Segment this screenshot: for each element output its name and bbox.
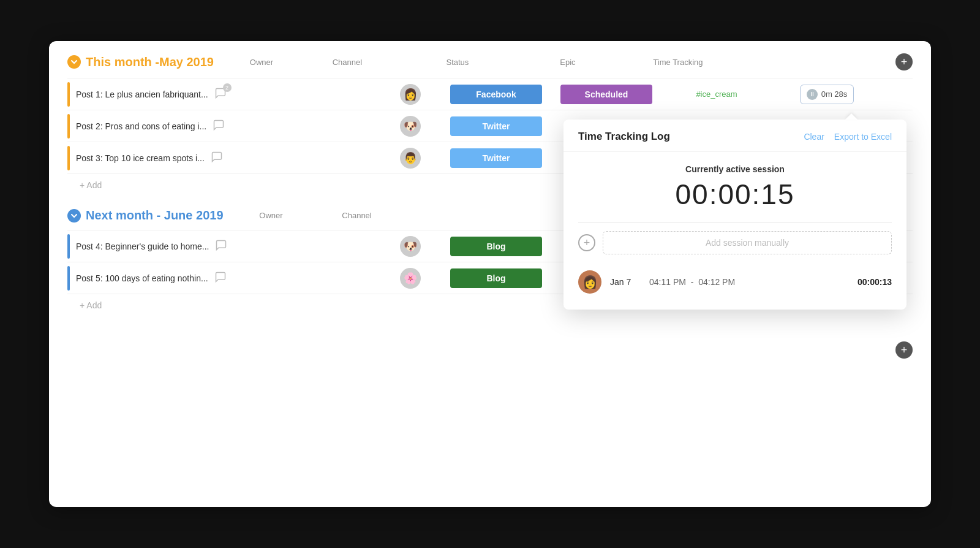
post-title: Post 1: Le plus ancien fabriquant... [76, 89, 208, 99]
add-section-1-button[interactable]: + [895, 53, 913, 70]
session-log-row: 👩 Jan 7 04:11 PM - 04:12 PM 00:00:13 [578, 267, 892, 297]
comment-badge: 2 [223, 83, 232, 92]
export-button[interactable]: Export to Excel [834, 132, 892, 142]
col-epic-1: Epic [513, 58, 623, 67]
color-bar [67, 266, 70, 291]
popup-arrow [845, 113, 858, 120]
time-tracking-button[interactable]: ⏸ 0m 28s [800, 85, 854, 104]
color-bar [67, 114, 70, 139]
comment-icon[interactable] [211, 151, 223, 166]
table-row: Post 1: Le plus ancien fabriquant... 2 👩… [67, 78, 913, 110]
post-cell: Post 2: Pros and cons of eating i... [67, 114, 380, 139]
popup-body: Currently active session 00:00:15 + Add … [564, 152, 907, 310]
avatar-cell: 🐶 [380, 116, 441, 137]
add-section-2-button-right[interactable]: + [895, 341, 913, 359]
color-bar [67, 82, 70, 107]
section-2-chevron[interactable] [67, 209, 81, 223]
time-tracking-cell: ⏸ 0m 28s [772, 85, 882, 104]
section-1-header: This month -May 2019 Owner Channel Statu… [67, 53, 913, 70]
add-session-row: + Add session manually [578, 231, 892, 254]
channel-button[interactable]: Facebook [450, 85, 542, 104]
time-tracking-value: 0m 28s [821, 89, 848, 99]
active-session-label: Currently active session [578, 164, 892, 174]
avatar-cell: 👨 [380, 148, 441, 169]
status-cell: Scheduled [551, 85, 662, 104]
avatar: 👩 [400, 84, 421, 105]
channel-cell: Blog [441, 237, 551, 256]
post-cell: Post 5: 100 days of eating nothin... [67, 266, 380, 291]
avatar-cell: 👩 [380, 84, 441, 105]
col-channel-1: Channel [292, 58, 402, 67]
popup-title: Time Tracking Log [578, 131, 670, 143]
channel-button[interactable]: Blog [450, 268, 542, 288]
divider [578, 222, 892, 223]
add-session-input[interactable]: Add session manually [603, 231, 892, 254]
section-2-title: Next month - June 2019 [86, 208, 224, 223]
avatar-cell: 🌸 [380, 268, 441, 289]
col-owner-1: Owner [231, 58, 292, 67]
section-1-chevron[interactable] [67, 55, 81, 69]
popup-actions: Clear Export to Excel [804, 132, 892, 142]
session-duration: 00:00:13 [858, 277, 892, 287]
col-channel-2: Channel [302, 211, 412, 220]
col-status-1: Status [402, 58, 513, 67]
add-post-label-1: + Add [80, 180, 102, 190]
channel-button[interactable]: Twitter [450, 148, 542, 168]
avatar: 🌸 [400, 268, 421, 289]
active-session-timer: 00:00:15 [578, 178, 892, 211]
avatar: 🐶 [400, 116, 421, 137]
pause-icon: ⏸ [807, 89, 818, 100]
channel-button[interactable]: Blog [450, 237, 542, 256]
channel-button[interactable]: Twitter [450, 116, 542, 136]
comment-icon[interactable]: 2 [214, 87, 227, 102]
clear-button[interactable]: Clear [804, 132, 824, 142]
post-title: Post 4: Beginner's guide to home... [76, 242, 209, 251]
epic-tag: #ice_cream [696, 89, 737, 99]
color-bar [67, 146, 70, 170]
comment-icon[interactable] [215, 239, 227, 254]
post-title: Post 5: 100 days of eating nothin... [76, 273, 208, 283]
app-container: This month -May 2019 Owner Channel Statu… [49, 41, 931, 507]
session-time-range: 04:11 PM - 04:12 PM [649, 277, 849, 287]
avatar-cell: 🐶 [380, 236, 441, 257]
avatar: 👨 [400, 148, 421, 169]
section-1-title: This month -May 2019 [86, 55, 214, 69]
comment-icon[interactable] [214, 271, 227, 286]
post-cell: Post 1: Le plus ancien fabriquant... 2 [67, 82, 380, 107]
channel-cell: Blog [441, 268, 551, 288]
post-title: Post 2: Pros and cons of eating i... [76, 121, 206, 131]
avatar: 🐶 [400, 236, 421, 257]
channel-cell: Twitter [441, 148, 551, 168]
post-title: Post 3: Top 10 ice cream spots i... [76, 153, 205, 163]
channel-cell: Twitter [441, 116, 551, 136]
col-time-1: Time Tracking [623, 58, 733, 67]
session-avatar: 👩 [578, 270, 601, 294]
status-button[interactable]: Scheduled [560, 85, 652, 104]
session-date: Jan 7 [610, 277, 641, 287]
post-cell: Post 3: Top 10 ice cream spots i... [67, 146, 380, 170]
color-bar [67, 234, 70, 259]
col-owner-2: Owner [241, 211, 302, 220]
add-right-button[interactable]: + [895, 341, 913, 359]
time-tracking-popup: Time Tracking Log Clear Export to Excel … [564, 120, 907, 310]
main-content: This month -May 2019 Owner Channel Statu… [49, 41, 931, 507]
channel-cell: Facebook [441, 85, 551, 104]
popup-header: Time Tracking Log Clear Export to Excel [564, 120, 907, 152]
comment-icon[interactable] [213, 119, 225, 134]
epic-cell: #ice_cream [662, 89, 772, 99]
post-cell: Post 4: Beginner's guide to home... [67, 234, 380, 259]
add-session-plus-button[interactable]: + [578, 234, 595, 251]
add-post-label-2: + Add [80, 300, 102, 310]
